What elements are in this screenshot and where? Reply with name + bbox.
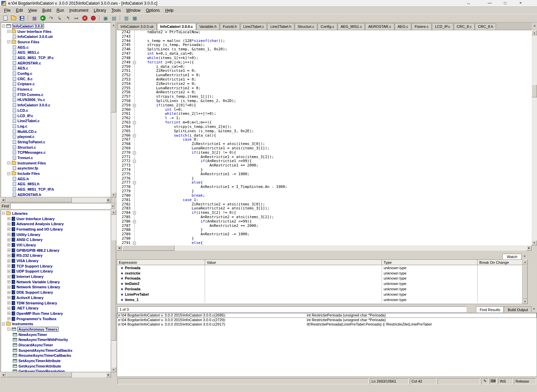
- step-into-icon[interactable]: ↳: [56, 15, 63, 22]
- tree-item-getasynctimerresolution[interactable]: GetAsyncTimerResolution: [1, 369, 111, 372]
- tree-item-aerostar-h[interactable]: AEROSTAR.h: [1, 192, 111, 197]
- scroll-up-icon[interactable]: ▲: [111, 210, 116, 215]
- tree-item-rs-232-library[interactable]: +RS-232 Library: [1, 253, 111, 258]
- code-line[interactable]: 2774 }: [117, 168, 532, 172]
- tree-item-multilcd-c[interactable]: MultiLCD.c: [1, 129, 111, 134]
- tree-item-ftdi-comms-c[interactable]: FTDI Comms.c: [1, 92, 111, 97]
- expand-icon[interactable]: +: [7, 317, 10, 320]
- terminate-execution-icon[interactable]: ■: [81, 15, 89, 22]
- code-line[interactable]: 2785 AnRestrictie2 = atoi(items_3[2]);: [117, 215, 532, 219]
- expand-icon[interactable]: +: [7, 286, 10, 289]
- tree-item-formatting-and-i-o-library[interactable]: +Formatting and I/O Library: [1, 227, 111, 232]
- expand-icon[interactable]: +: [7, 223, 10, 226]
- scroll-up-icon[interactable]: ▲: [532, 30, 537, 35]
- watch-row[interactable]: ◆LiniePreTabelunknown type: [117, 292, 522, 297]
- menu-view[interactable]: View: [26, 7, 40, 13]
- collapse-icon[interactable]: −: [7, 40, 10, 43]
- scroll-right-icon[interactable]: ▶: [106, 372, 111, 377]
- tree-item-tcp-support-library[interactable]: +TCP Support Library: [1, 263, 111, 269]
- find-result-row[interactable]: e:\04 Bogdan\InfoCalatori v. 3.0.0 2015\…: [117, 313, 537, 318]
- editor-scrollbar-horizontal[interactable]: ◀ ▶: [117, 245, 532, 251]
- fold-collapse-icon[interactable]: −: [133, 242, 136, 245]
- find-input[interactable]: [11, 204, 110, 208]
- fold-collapse-icon[interactable]: −: [133, 104, 136, 107]
- code-line[interactable]: 2790 }: [117, 237, 532, 241]
- library-tree-scrollbar-horizontal[interactable]: ◀ ▶: [1, 372, 111, 377]
- run-icon[interactable]: ▶: [39, 15, 47, 22]
- tree-item-user-interface-files[interactable]: −User Interface Files: [1, 29, 111, 34]
- expand-icon[interactable]: +: [7, 312, 10, 315]
- scrollbar-thumb[interactable]: [6, 197, 72, 202]
- project-tree-scrollbar-horizontal[interactable]: ◀ ▶: [1, 197, 111, 202]
- fold-collapse-icon[interactable]: −: [133, 211, 136, 214]
- watch-row[interactable]: ◆tmDate2unknown type: [117, 281, 522, 286]
- tree-item-structuri-c[interactable]: Structuri.c: [1, 145, 111, 150]
- tab-aerostar-c[interactable]: AEROSTAR.c: [365, 23, 394, 30]
- tree-item-tcpmessages-c[interactable]: TCPMessages.c: [1, 150, 111, 155]
- expand-icon[interactable]: +: [7, 238, 10, 241]
- tree-item-ansi-c-library[interactable]: +ANSI C Library: [1, 237, 111, 242]
- code-line[interactable]: 2781 case 1:: [117, 198, 532, 202]
- tree-item-dde-support-library[interactable]: +DDE Support Library: [1, 290, 111, 295]
- tree-item-config-c[interactable]: Config.c: [1, 71, 111, 76]
- tree-item-playsnd-c[interactable]: playsnd.c: [1, 134, 111, 139]
- code-line[interactable]: 2769 LunaRestrictie1 = atoi(items_3[1]);: [117, 146, 532, 151]
- tree-item-aes-c[interactable]: AES.c: [1, 66, 111, 71]
- expand-icon[interactable]: +: [7, 307, 10, 310]
- tree-item-libraries[interactable]: −Libraries: [1, 211, 111, 216]
- watch-col-expression[interactable]: Expression: [117, 260, 205, 265]
- scrollbar-thumb[interactable]: [523, 264, 528, 299]
- code-line[interactable]: 2743: [117, 35, 532, 39]
- expand-icon[interactable]: +: [7, 254, 10, 257]
- fold-collapse-icon[interactable]: −: [133, 160, 136, 163]
- tree-item-setasynctimerattribute[interactable]: SetAsyncTimerAttribute: [1, 358, 111, 363]
- expand-icon[interactable]: +: [7, 228, 10, 231]
- minimize-button[interactable]: —: [485, 0, 494, 6]
- code-line[interactable]: 2775 AnRestrictie1 -= 1900;: [117, 172, 532, 177]
- watch-col-type[interactable]: Type: [382, 260, 478, 265]
- tree-item-udp-support-library[interactable]: +UDP Support Library: [1, 269, 111, 274]
- tab-variabile-h[interactable]: Variabile.h: [196, 23, 219, 30]
- maximize-button[interactable]: □: [501, 0, 509, 6]
- scrollbar-thumb[interactable]: [111, 28, 116, 112]
- expand-icon[interactable]: +: [7, 217, 10, 220]
- scroll-up-icon[interactable]: ▲: [111, 22, 116, 28]
- run-to-cursor-icon[interactable]: ↦: [72, 15, 80, 22]
- tree-item-stringtopanel-c[interactable]: StringToPanel.c: [1, 139, 111, 145]
- tree-item-gpib-gpib-488-2-library[interactable]: +GPIB/GPIB 488.2 Library: [1, 248, 111, 253]
- expand-icon[interactable]: +: [7, 243, 10, 246]
- tree-item-fisiere-c[interactable]: Fisiere.c: [1, 87, 111, 92]
- watch-row[interactable]: ◆restrictieunknown type: [117, 271, 522, 276]
- tree-item-lcd-c[interactable]: LCD.c: [1, 108, 111, 113]
- menu-library[interactable]: Library: [91, 7, 109, 13]
- tab-find-results[interactable]: Find Results: [476, 306, 504, 312]
- watch-row[interactable]: ◆items_1unknown type: [117, 297, 522, 302]
- close-editor-icon[interactable]: ×: [532, 24, 537, 29]
- tab-lcd-ip-c[interactable]: LCD_IP.c: [432, 23, 453, 30]
- code-line[interactable]: 2779 }: [117, 189, 532, 194]
- fold-collapse-icon[interactable]: −: [133, 121, 136, 124]
- tab-config-c[interactable]: Config.c: [318, 23, 337, 30]
- tree-item-include-files[interactable]: −Include Files: [1, 171, 111, 176]
- fold-collapse-icon[interactable]: −: [133, 151, 136, 154]
- tree-item-visa-library[interactable]: +VISA Library: [1, 258, 111, 263]
- tree-item-criptare-c[interactable]: Criptare.c: [1, 82, 111, 87]
- menu-window[interactable]: Window: [124, 7, 143, 13]
- menu-options[interactable]: Options: [143, 7, 162, 13]
- watch-row[interactable]: ◆Perioadaunknown type: [117, 265, 522, 271]
- scroll-right-icon[interactable]: ▶: [527, 245, 532, 251]
- tree-item-instrument-files[interactable]: −Instrument Files: [1, 160, 111, 166]
- tree-item-advanced-analysis-library[interactable]: +Advanced Analysis Library: [1, 221, 111, 227]
- tab-line2tabel-c[interactable]: Line2Tabel.c: [240, 23, 267, 30]
- tree-item-tdm-streaming-library[interactable]: +TDM Streaming Library: [1, 300, 111, 306]
- expand-icon[interactable]: +: [7, 291, 10, 294]
- tree-item-aeg-c[interactable]: AEG.c: [1, 45, 111, 50]
- tree-item-aeg-mis1-tcp-ip-c[interactable]: AEG_MIS1_TCP_IP.c: [1, 55, 111, 60]
- close-results-icon[interactable]: ×: [532, 307, 536, 311]
- code-line[interactable]: 2786− if(AnRestrictie2 <=99){: [117, 219, 532, 224]
- code-line[interactable]: 2763− for(int m=0;m<l;m++){: [117, 120, 532, 125]
- expand-icon[interactable]: +: [7, 249, 10, 252]
- tree-item-crc-8-c[interactable]: CRC_8.c: [1, 76, 111, 82]
- expand-icon[interactable]: +: [7, 270, 10, 273]
- edit-uir-icon[interactable]: ▦: [31, 15, 38, 22]
